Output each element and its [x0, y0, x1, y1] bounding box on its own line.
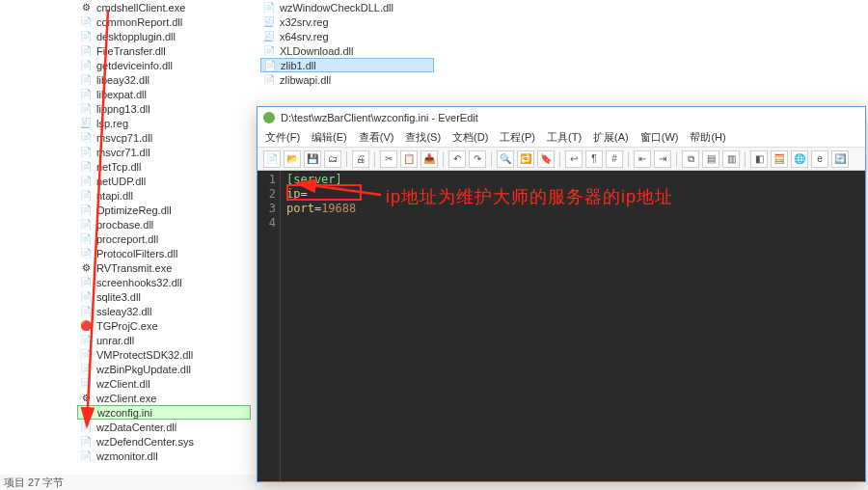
file-item[interactable]: 📄wzClient.dll — [77, 376, 251, 391]
compare-button[interactable]: ⧉ — [682, 150, 699, 168]
file-name: libexpat.dll — [96, 89, 147, 100]
line-number-gutter: 1234 — [258, 171, 281, 481]
file-name: wzDefendCenter.sys — [96, 436, 194, 448]
indent-right-button[interactable]: ⇥ — [654, 150, 671, 168]
bookmark-button[interactable]: 🔖 — [537, 150, 555, 168]
file-item[interactable]: ⚙RVTransmit.exe — [77, 260, 251, 275]
file-icon: 📄 — [79, 88, 93, 101]
menu-item[interactable]: 文档(D) — [452, 130, 488, 145]
editor-body[interactable]: 1234 [server] ip= port=19688 — [258, 171, 865, 481]
whitespace-button[interactable]: ¶ — [585, 150, 603, 168]
lineno-button[interactable]: # — [606, 150, 623, 168]
indent-left-button[interactable]: ⇤ — [634, 150, 651, 168]
column-button[interactable]: ▥ — [722, 150, 740, 168]
file-item[interactable]: 📄wzDataCenter.dll — [77, 420, 251, 434]
file-item[interactable]: 📄sqlite3.dll — [77, 289, 251, 304]
save-button[interactable]: 💾 — [304, 150, 321, 168]
open-file-button[interactable]: 📂 — [284, 150, 301, 168]
file-item[interactable]: 📄msvcp71.dll — [77, 130, 251, 145]
file-name: XLDownload.dll — [280, 45, 353, 57]
copy-button[interactable]: 📋 — [400, 150, 418, 168]
file-item[interactable]: 📄unrar.dll — [77, 333, 251, 347]
file-item[interactable]: 📄OptimizeReg.dll — [77, 203, 251, 217]
file-item[interactable]: 📄wzBinPkgUpdate.dll — [77, 362, 251, 376]
refresh-button[interactable]: 🔄 — [831, 150, 849, 168]
file-item[interactable]: 📄netTcp.dll — [77, 159, 251, 174]
file-icon: 📄 — [262, 44, 276, 58]
file-item[interactable]: 📄libpng13.dll — [77, 101, 251, 116]
menu-item[interactable]: 窗口(W) — [640, 130, 679, 145]
file-icon: 📄 — [263, 59, 277, 72]
menu-item[interactable]: 文件(F) — [265, 130, 300, 145]
menu-item[interactable]: 查看(V) — [359, 130, 394, 145]
file-name: wzWindowCheckDLL.dll — [280, 2, 393, 14]
menu-item[interactable]: 查找(S) — [405, 130, 441, 145]
line-number: 4 — [258, 216, 276, 231]
file-item[interactable]: 📄procreport.dll — [77, 231, 251, 246]
panel-button[interactable]: ▤ — [702, 150, 719, 168]
menu-item[interactable]: 扩展(A) — [593, 130, 629, 145]
file-icon: 📄 — [79, 305, 93, 318]
file-item[interactable]: 📄screenhooks32.dll — [77, 275, 251, 289]
cut-button[interactable]: ✂ — [380, 150, 397, 168]
file-item[interactable]: 📄zlibwapi.dll — [260, 72, 434, 87]
menu-item[interactable]: 帮助(H) — [690, 130, 725, 145]
file-name: libpng13.dll — [96, 103, 150, 115]
hex-button[interactable]: ◧ — [750, 150, 768, 168]
file-item[interactable]: 📄commonReport.dll — [77, 14, 251, 29]
file-item[interactable]: 📄wzWindowCheckDLL.dll — [260, 0, 434, 14]
toolbar-separator — [346, 151, 347, 167]
file-item[interactable]: 📄getdeviceinfo.dll — [77, 58, 251, 72]
file-item[interactable]: 📄ssleay32.dll — [77, 304, 251, 318]
file-item[interactable]: 📄ntapi.dll — [77, 188, 251, 203]
file-item[interactable]: 🧾x32srv.reg — [260, 14, 434, 29]
file-item[interactable]: 🧾lsp.reg — [77, 116, 251, 130]
paste-button[interactable]: 📥 — [420, 150, 438, 168]
file-icon: 📄 — [262, 1, 276, 14]
file-icon: 📄 — [79, 348, 93, 362]
save-all-button[interactable]: 🗂 — [324, 150, 341, 168]
file-name: cmdshellClient.exe — [96, 2, 185, 14]
toolbar-separator — [559, 151, 560, 167]
find-button[interactable]: 🔍 — [497, 150, 514, 168]
browser-button[interactable]: e — [811, 150, 828, 168]
file-item[interactable]: 📄XLDownload.dll — [260, 43, 434, 58]
code-line-4[interactable] — [286, 216, 859, 231]
file-item[interactable]: 📄wzconfig.ini — [77, 405, 251, 420]
menu-item[interactable]: 工程(P) — [500, 130, 535, 145]
replace-button[interactable]: 🔁 — [517, 150, 534, 168]
calc-button[interactable]: 🧮 — [771, 150, 788, 168]
print-button[interactable]: 🖨 — [352, 150, 369, 168]
web-button[interactable]: 🌐 — [791, 150, 808, 168]
file-item[interactable]: 📄msvcr71.dll — [77, 145, 251, 159]
file-column-1: ⚙cmdshellClient.exe📄commonReport.dll📄des… — [77, 0, 251, 463]
wrap-button[interactable]: ↩ — [565, 150, 583, 168]
file-item[interactable]: 🧾x64srv.reg — [260, 29, 434, 43]
file-icon: 📄 — [79, 102, 93, 116]
redo-button[interactable]: ↷ — [469, 150, 486, 168]
new-file-button[interactable]: 📄 — [263, 150, 281, 168]
editor-titlebar[interactable]: D:\test\wzBarClient\wzconfig.ini - EverE… — [258, 107, 865, 128]
file-item[interactable]: 📄ProtocolFilters.dll — [77, 246, 251, 260]
file-item[interactable]: 📄wzDefendCenter.sys — [77, 434, 251, 449]
file-item[interactable]: 📄zlib1.dll — [260, 58, 434, 72]
file-item[interactable]: 🔴TGProjC.exe — [77, 318, 251, 333]
file-item[interactable]: ⚙cmdshellClient.exe — [77, 0, 251, 14]
file-name: commonReport.dll — [96, 16, 182, 28]
undo-button[interactable]: ↶ — [448, 150, 466, 168]
file-item[interactable]: 📄libexpat.dll — [77, 87, 251, 101]
file-item[interactable]: 📄VMProtectSDK32.dll — [77, 347, 251, 362]
file-item[interactable]: 📄netUDP.dll — [77, 174, 251, 188]
file-item[interactable]: 📄desktopplugin.dll — [77, 29, 251, 43]
file-icon: 📄 — [79, 146, 93, 159]
file-icon: 📄 — [79, 435, 93, 449]
menu-item[interactable]: 工具(T) — [547, 130, 582, 145]
file-item[interactable]: 📄wzmonitor.dll — [77, 449, 251, 463]
file-item[interactable]: 📄FileTransfer.dll — [77, 43, 251, 58]
file-icon: 📄 — [79, 160, 93, 174]
file-item[interactable]: 📄libeay32.dll — [77, 72, 251, 87]
file-item[interactable]: 📄procbase.dll — [77, 217, 251, 231]
code-area[interactable]: [server] ip= port=19688 — [281, 171, 865, 481]
file-item[interactable]: ⚙wzClient.exe — [77, 391, 251, 405]
menu-item[interactable]: 编辑(E) — [312, 130, 347, 145]
